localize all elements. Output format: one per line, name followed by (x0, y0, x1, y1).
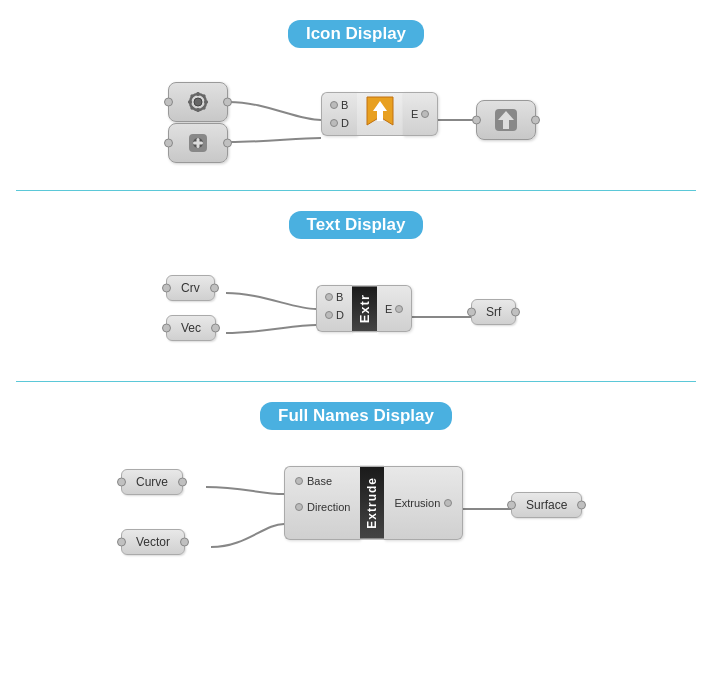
input2-left-port (164, 139, 173, 148)
icon-input2[interactable] (168, 123, 228, 163)
port-e-dot (421, 110, 429, 118)
surface-right-nub (577, 501, 586, 510)
full-input2[interactable]: Vector (121, 529, 185, 555)
text-display-section: Text Display Crv Vec B (0, 191, 712, 381)
text-input2[interactable]: Vec (166, 315, 216, 341)
gear-icon (184, 88, 212, 116)
srf-left-nub (467, 308, 476, 317)
port-d-dot (330, 119, 338, 127)
text-d-dot (325, 311, 333, 319)
port-e-label: E (411, 108, 429, 120)
full-port-extrusion: Extrusion (394, 497, 452, 509)
text-input1[interactable]: Crv (166, 275, 215, 301)
extrusion-dot (444, 499, 452, 507)
crv-left-nub (162, 284, 171, 293)
full-component[interactable]: Base Direction Extrude Extrusion (284, 466, 463, 540)
srf-right-nub (511, 308, 520, 317)
dir-dot (295, 503, 303, 511)
full-port-direction: Direction (295, 501, 350, 513)
text-component[interactable]: B D Extr E (316, 285, 412, 332)
icon-input1[interactable] (168, 82, 228, 122)
crv-right-nub (210, 284, 219, 293)
port-d-label: D (330, 117, 349, 129)
vec-right-nub (211, 324, 220, 333)
input1-right-port (223, 98, 232, 107)
text-e-dot (395, 305, 403, 313)
svg-rect-5 (204, 101, 208, 104)
svg-rect-3 (197, 108, 200, 112)
icon-display-section: Icon Display (0, 0, 712, 190)
extrude-icon (363, 95, 397, 133)
wrench-icon (185, 130, 211, 156)
full-component-label: Extrude (360, 466, 384, 540)
vec-left-nub (162, 324, 171, 333)
port-b-dot (330, 101, 338, 109)
output-right-nub (531, 116, 540, 125)
icon-output[interactable] (476, 100, 536, 140)
port-b-label: B (330, 99, 349, 111)
text-port-b: B (325, 291, 344, 303)
output-left-port (472, 116, 481, 125)
svg-rect-2 (197, 92, 200, 96)
vector-right-nub (180, 538, 189, 547)
vector-left-nub (117, 538, 126, 547)
text-port-e: E (385, 303, 403, 315)
full-port-base: Base (295, 475, 350, 487)
text-output[interactable]: Srf (471, 299, 516, 325)
surface-left-nub (507, 501, 516, 510)
full-names-title: Full Names Display (260, 402, 452, 430)
full-right-ports: Extrusion (384, 466, 463, 540)
svg-rect-4 (188, 101, 192, 104)
input1-left-port (164, 98, 173, 107)
svg-rect-13 (193, 142, 203, 145)
full-names-section: Full Names Display Curve Vector (0, 382, 712, 602)
text-port-d: D (325, 309, 344, 321)
text-b-dot (325, 293, 333, 301)
curve-right-nub (178, 478, 187, 487)
text-display-title: Text Display (289, 211, 424, 239)
input2-right-port (223, 139, 232, 148)
full-output[interactable]: Surface (511, 492, 582, 518)
icon-component[interactable]: B D E (321, 92, 438, 136)
svg-point-0 (194, 98, 202, 106)
output-arrow-icon (492, 106, 520, 134)
curve-left-nub (117, 478, 126, 487)
base-dot (295, 477, 303, 485)
full-input1[interactable]: Curve (121, 469, 183, 495)
icon-display-title: Icon Display (288, 20, 424, 48)
